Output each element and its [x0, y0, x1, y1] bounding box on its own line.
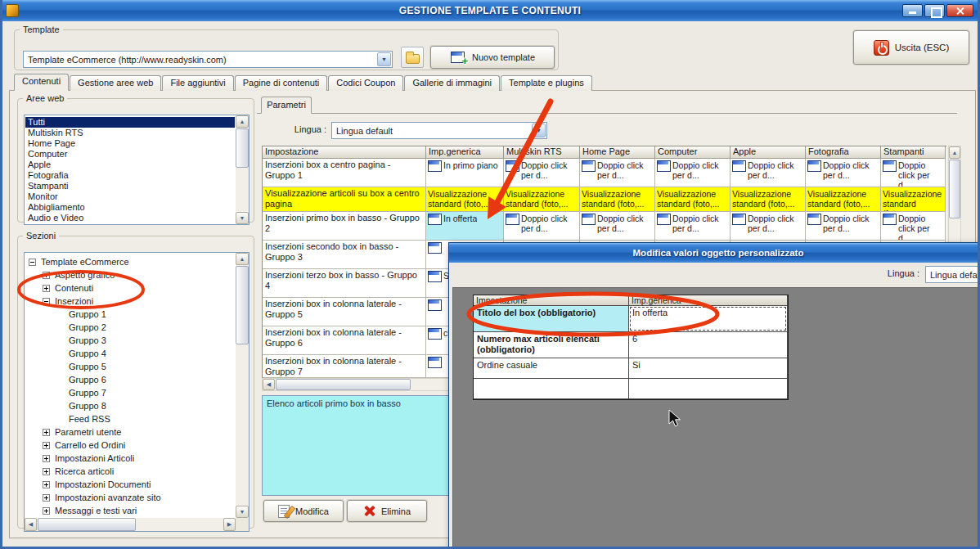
tab-file-aggiuntivi[interactable]: File aggiuntivi: [162, 75, 233, 91]
elimina-button[interactable]: Elimina: [347, 500, 427, 522]
column-header[interactable]: Imp.generica: [426, 146, 504, 159]
value-cell[interactable]: Doppio click per d...: [731, 212, 806, 241]
value-cell[interactable]: Doppio click per d...: [881, 159, 946, 187]
expand-icon[interactable]: [43, 455, 50, 462]
value-cell[interactable]: Doppio click per d...: [504, 212, 580, 241]
list-item[interactable]: Stampanti: [25, 181, 235, 191]
column-header[interactable]: Apple: [731, 146, 806, 159]
value-cell[interactable]: Visualizzazione standard (foto,...: [806, 187, 881, 212]
scroll-right-icon[interactable]: [223, 518, 236, 531]
tree-item[interactable]: Ricerca articoli: [25, 465, 235, 478]
tree-item[interactable]: Impostazioni avanzate sito: [25, 491, 235, 504]
value-cell[interactable]: Doppio click per d...: [806, 159, 881, 187]
value-cell[interactable]: In offerta: [426, 212, 504, 241]
expand-icon[interactable]: [43, 481, 50, 488]
column-header[interactable]: Fotografia: [806, 146, 881, 159]
minimize-icon[interactable]: [902, 4, 923, 17]
scroll-thumb[interactable]: [236, 266, 249, 344]
expand-icon[interactable]: [43, 468, 50, 475]
maximize-icon[interactable]: [924, 4, 945, 17]
value-cell[interactable]: In primo piano: [426, 159, 504, 187]
list-item[interactable]: Apple: [25, 160, 235, 170]
new-template-button[interactable]: Nuovo template: [430, 46, 555, 69]
scroll-thumb[interactable]: [236, 128, 249, 168]
value-cell[interactable]: Visualizzazione standard (foto,...: [504, 187, 580, 212]
value-cell[interactable]: Visualizzazione standard (foto,...: [580, 187, 655, 212]
dialog-value-cell[interactable]: Si: [629, 358, 788, 379]
tree-item[interactable]: Gruppo 3: [25, 334, 235, 347]
tree-item[interactable]: Impostazioni Articoli: [25, 452, 235, 465]
setting-name-cell[interactable]: Inserzioni box a centro pagina - Gruppo …: [263, 159, 426, 187]
column-header[interactable]: Stampanti: [881, 146, 946, 159]
list-item[interactable]: Abbigliamento: [25, 202, 235, 213]
tree-item[interactable]: Gruppo 7: [25, 386, 235, 399]
value-cell[interactable]: Visualizzazione standard (foto,...: [426, 187, 504, 212]
dialog-setting-name[interactable]: Titolo del box (obbligatorio): [474, 306, 629, 332]
setting-name-cell[interactable]: Inserzioni box in colonna laterale - Gru…: [263, 298, 426, 326]
tree-item[interactable]: Inserzioni: [25, 295, 235, 308]
scroll-left-icon[interactable]: [263, 379, 275, 390]
setting-name-cell[interactable]: Inserzioni box in colonna laterale - Gru…: [263, 355, 426, 378]
scroll-thumb[interactable]: [949, 160, 960, 218]
setting-name-cell[interactable]: Inserzioni secondo box in basso - Gruppo…: [263, 241, 426, 269]
tree-item[interactable]: Feed RSS: [25, 412, 235, 425]
tree-item[interactable]: Gruppo 8: [25, 399, 235, 412]
value-cell[interactable]: Visualizzazione standard (foto,...: [881, 187, 946, 212]
column-header[interactable]: Home Page: [580, 146, 655, 159]
dialog-value-cell[interactable]: 6: [629, 332, 788, 358]
exit-button[interactable]: Uscita (ESC): [853, 30, 969, 65]
setting-name-cell[interactable]: Inserzioni box in colonna laterale - Gru…: [263, 326, 426, 355]
list-item[interactable]: Audio e Video: [25, 213, 235, 223]
tab-parametri[interactable]: Parametri: [261, 97, 312, 114]
open-template-folder-button[interactable]: [401, 47, 424, 68]
tab-gestione-aree-web[interactable]: Gestione aree web: [70, 75, 161, 91]
value-cell[interactable]: Doppio click per d...: [580, 212, 655, 241]
tree-item[interactable]: Messaggi e testi vari: [25, 504, 235, 517]
value-cell[interactable]: Visualizzazione standard (foto,...: [655, 187, 731, 212]
tree-item[interactable]: Carrello ed Ordini: [25, 439, 235, 452]
tree-item[interactable]: Parametri utente: [25, 425, 235, 439]
dialog-column-header[interactable]: Imp.generica: [629, 295, 788, 306]
lingua-select[interactable]: Lingua default: [331, 122, 547, 139]
chevron-down-icon[interactable]: [532, 124, 546, 137]
tab-gallerie-di-immagini[interactable]: Gallerie di immagini: [404, 75, 500, 91]
tree-item[interactable]: Gruppo 5: [25, 360, 235, 373]
chevron-down-icon[interactable]: [377, 52, 391, 66]
column-header[interactable]: Impostazione: [263, 146, 426, 159]
list-item[interactable]: Home Page: [25, 138, 235, 149]
value-cell[interactable]: Doppio click per d...: [655, 159, 731, 187]
tree-item[interactable]: Gruppo 1: [25, 308, 235, 321]
dialog-setting-name[interactable]: Ordine casuale: [474, 358, 629, 379]
tree-item[interactable]: Template eCommerce: [25, 255, 235, 268]
scroll-up-icon[interactable]: [236, 253, 249, 265]
scroll-thumb[interactable]: [276, 379, 411, 390]
setting-name-cell[interactable]: Visualizzazione articoli su box a centro…: [263, 187, 426, 212]
list-item[interactable]: Monitor: [25, 191, 235, 202]
template-select[interactable]: Template eCommerce (http://www.readyskin…: [23, 51, 393, 68]
tab-template-e-plugins[interactable]: Template e plugins: [501, 75, 592, 91]
tab-pagine-di-contenuti[interactable]: Pagine di contenuti: [235, 75, 328, 91]
scroll-down-icon[interactable]: [236, 212, 249, 224]
modifica-button[interactable]: Modifica: [263, 500, 344, 522]
column-header[interactable]: Multiskin RTS: [504, 146, 580, 159]
tab-contenuti[interactable]: Contenuti: [14, 74, 69, 91]
expand-icon[interactable]: [43, 429, 50, 436]
value-cell[interactable]: Doppio click per d...: [580, 159, 655, 187]
value-cell[interactable]: Visualizzazione standard (foto,...: [731, 187, 806, 212]
aree-web-scrollbar[interactable]: [236, 115, 249, 224]
tab-codici-coupon[interactable]: Codici Coupon: [328, 75, 403, 91]
scroll-left-icon[interactable]: [25, 518, 37, 531]
tree-item[interactable]: Gruppo 6: [25, 373, 235, 386]
scroll-up-icon[interactable]: [236, 115, 249, 128]
dialog-lingua-select[interactable]: Lingua default: [925, 266, 980, 283]
expand-icon[interactable]: [43, 272, 50, 279]
tree-item[interactable]: Gruppo 2: [25, 321, 235, 334]
sezioni-vscrollbar[interactable]: [236, 253, 249, 518]
collapse-icon[interactable]: [29, 259, 36, 266]
expand-icon[interactable]: [43, 285, 50, 292]
value-cell[interactable]: Doppio click per d...: [504, 159, 580, 187]
dialog-column-header[interactable]: Impostazione: [474, 295, 629, 306]
scroll-down-icon[interactable]: [236, 506, 249, 518]
value-cell[interactable]: Doppio click per d...: [731, 159, 806, 187]
collapse-icon[interactable]: [43, 298, 50, 305]
